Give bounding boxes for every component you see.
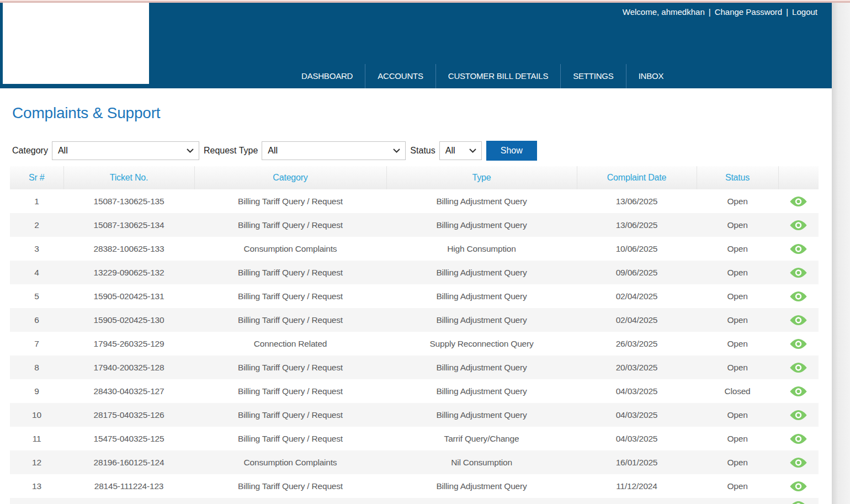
nav-item-dashboard[interactable]: DASHBOARD [289,64,365,88]
view-icon[interactable] [789,220,808,231]
status-cell: Open [697,403,778,427]
date-cell: 11/12/2024 [577,474,697,498]
ticket-cell: 13229-090625-132 [63,261,194,284]
type-cell: Nil Consumption [386,450,577,474]
category-select[interactable]: All [52,141,199,160]
date-cell: 09/06/2025 [577,261,697,284]
sr-cell: 10 [10,403,63,427]
ticket-cell: 28430-040325-127 [63,379,194,403]
view-cell [778,261,819,284]
type-cell: Billing Adjustment Query [386,308,577,332]
view-icon[interactable] [789,433,808,444]
view-icon[interactable] [789,362,808,373]
view-cell [778,379,819,403]
category-cell: Billing Tariff Query / Request [194,213,386,237]
sr-cell: 5 [10,284,63,308]
view-cell [778,450,819,474]
ticket-cell: 15087-130625-135 [63,189,194,213]
change-password-link[interactable]: Change Password [715,7,783,17]
welcome-text: Welcome, ahmedkhan [623,7,705,17]
view-icon[interactable] [789,481,808,492]
view-cell [778,284,819,308]
category-cell: Billing Tariff Query / Request [194,261,386,284]
view-icon[interactable] [789,338,808,349]
view-cell [778,237,819,261]
view-cell [778,189,819,213]
view-icon[interactable] [789,243,808,254]
nav-item-customer-bill-details[interactable]: CUSTOMER BILL DETAILS [435,64,560,88]
sr-cell: 3 [10,237,63,261]
main-nav: DASHBOARDACCOUNTSCUSTOMER BILL DETAILSSE… [289,64,676,88]
request-type-select-value: All [268,146,278,156]
type-cell: High Consumption [386,237,577,261]
chevron-down-icon [469,148,476,153]
ticket-cell: 28196-160125-124 [63,450,194,474]
nav-item-inbox[interactable]: INBOX [626,64,676,88]
table-row: 413229-090625-132Billing Tariff Query / … [10,261,819,284]
column-header: Ticket No. [63,166,194,189]
category-cell: Billing Tariff Query / Request [194,427,386,450]
status-select[interactable]: All [439,141,482,160]
ticket-cell: 17940-200325-128 [63,356,194,379]
column-header: Sr # [10,166,63,189]
view-icon[interactable] [789,501,808,504]
sr-cell: 8 [10,356,63,379]
request-type-select[interactable]: All [262,141,406,160]
view-icon[interactable] [789,267,808,278]
separator: | [786,7,788,17]
column-header: Status [697,166,778,189]
type-cell: Tarrif Query/Change [386,427,577,450]
ticket-cell: 17945-260325-129 [63,332,194,356]
sr-cell: 9 [10,379,63,403]
status-cell: Open [697,237,778,261]
view-icon[interactable] [789,196,808,207]
ticket-cell: 15905-020425-130 [63,308,194,332]
date-cell: 04/03/2025 [577,403,697,427]
ticket-cell: 28382-100625-133 [63,237,194,261]
type-cell: Billing Adjustment Query [386,213,577,237]
table-row: 215087-130625-134Billing Tariff Query / … [10,213,819,237]
date-cell: 04/03/2025 [577,379,697,403]
status-cell: Open [697,427,778,450]
view-cell [778,213,819,237]
logout-link[interactable]: Logout [792,7,817,17]
date-cell: 04/03/2025 [577,427,697,450]
category-cell: Billing Tariff Query / Request [194,356,386,379]
type-cell: Billing Adjustment Query [386,379,577,403]
partial-next-row [10,498,819,504]
table-header-row: Sr #Ticket No.CategoryTypeComplaint Date… [10,166,819,189]
status-cell: Open [697,356,778,379]
view-cell [778,332,819,356]
show-button[interactable]: Show [486,141,537,161]
view-cell [778,403,819,427]
sr-cell: 2 [10,213,63,237]
view-icon[interactable] [789,410,808,421]
request-type-label: Request Type [204,146,258,156]
category-select-value: All [58,146,68,156]
view-icon[interactable] [789,386,808,397]
view-icon[interactable] [789,291,808,302]
partial-row-view-icon-slot [789,501,808,504]
complaints-table: Sr #Ticket No.CategoryTypeComplaint Date… [10,166,819,498]
table-row: 717945-260325-129Connection RelatedSuppl… [10,332,819,356]
column-header: Category [194,166,386,189]
status-cell: Open [697,213,778,237]
sr-cell: 1 [10,189,63,213]
status-cell: Open [697,474,778,498]
table-row: 115087-130625-135Billing Tariff Query / … [10,189,819,213]
category-cell: Consumption Complaints [194,237,386,261]
view-icon[interactable] [789,457,808,468]
viewport-edge-strip [832,3,850,504]
ticket-cell: 15087-130625-134 [63,213,194,237]
table-row: 1228196-160125-124Consumption Complaints… [10,450,819,474]
column-header: Complaint Date [577,166,697,189]
category-cell: Billing Tariff Query / Request [194,403,386,427]
view-cell [778,308,819,332]
view-icon[interactable] [789,315,808,326]
category-cell: Consumption Complaints [194,450,386,474]
sr-cell: 13 [10,474,63,498]
nav-item-settings[interactable]: SETTINGS [560,64,625,88]
category-label: Category [12,146,48,156]
nav-item-accounts[interactable]: ACCOUNTS [365,64,435,88]
status-cell: Open [697,189,778,213]
